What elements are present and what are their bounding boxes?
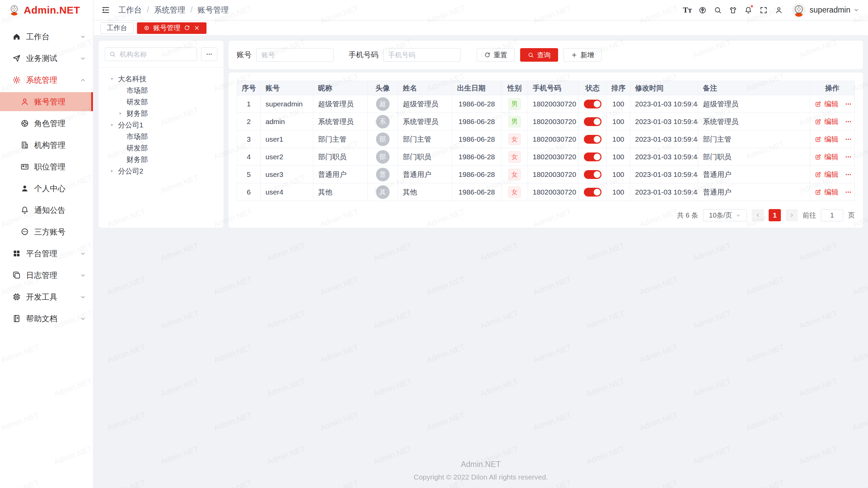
reset-button[interactable]: 重置 <box>477 48 515 62</box>
tree-node-label: 市场部 <box>126 132 148 141</box>
chevron-up-icon <box>80 77 86 83</box>
caret-right-icon[interactable] <box>118 111 126 116</box>
row-more-button[interactable] <box>845 188 852 196</box>
language-icon[interactable] <box>695 0 710 20</box>
row-more-button[interactable] <box>845 118 852 125</box>
row-more-button[interactable] <box>845 100 852 108</box>
cell-avatar: 部 <box>368 130 398 148</box>
gender-tag: 女 <box>508 186 521 198</box>
tab-workbench[interactable]: 工作台 <box>100 22 134 34</box>
goto-page-input[interactable] <box>821 209 843 221</box>
status-toggle[interactable] <box>584 100 601 108</box>
tree-node-label: 财务部 <box>126 155 148 164</box>
tree-node-市场部[interactable]: 市场部 <box>105 85 217 96</box>
sidebar-item-职位管理[interactable]: 职位管理 <box>0 157 93 176</box>
add-button[interactable]: 新增 <box>564 48 601 62</box>
cell-birthday: 1986-06-28 <box>452 183 501 201</box>
user-avatar[interactable] <box>792 3 806 17</box>
tree-node-研发部[interactable]: 研发部 <box>105 142 217 154</box>
cell-modify-time: 2023-01-03 10:59:44 <box>630 148 698 166</box>
status-toggle[interactable] <box>584 135 601 144</box>
tree-node-大名科技[interactable]: 大名科技 <box>105 73 217 85</box>
sidebar-item-系统管理[interactable]: 系统管理 <box>0 70 93 89</box>
sidebar-item-个人中心[interactable]: 个人中心 <box>0 179 93 198</box>
page-number-current[interactable]: 1 <box>769 209 781 221</box>
sidebar-item-通知公告[interactable]: 通知公告 <box>0 201 93 220</box>
cell-remark: 系统管理员 <box>698 113 810 130</box>
caret-down-icon[interactable] <box>110 123 118 128</box>
caret-placeholder <box>118 157 126 162</box>
breadcrumb-system[interactable]: 系统管理 <box>154 5 185 15</box>
org-icon <box>20 141 29 149</box>
edit-button[interactable]: 编辑 <box>815 152 839 162</box>
row-more-button[interactable] <box>845 136 852 143</box>
font-size-icon[interactable]: Tт <box>680 0 695 20</box>
tree-node-分公司2[interactable]: 分公司2 <box>105 165 217 177</box>
row-more-button[interactable] <box>845 153 852 161</box>
tree-more-button[interactable] <box>201 47 217 61</box>
status-toggle[interactable] <box>584 117 601 126</box>
cell-phone: 18020030720 <box>528 166 579 183</box>
page-size-select[interactable]: 10条/页 <box>703 209 747 221</box>
row-more-button[interactable] <box>845 171 852 178</box>
cell-name: 普通用户 <box>398 166 452 183</box>
edit-button[interactable]: 编辑 <box>815 135 839 144</box>
theme-icon[interactable] <box>726 0 741 20</box>
user-menu[interactable]: superadmin <box>810 5 859 15</box>
chevron-down-icon <box>853 7 859 13</box>
tab-refresh-icon[interactable] <box>184 25 190 31</box>
sidebar-item-账号管理[interactable]: 账号管理 <box>0 92 93 111</box>
sidebar-item-帮助文档[interactable]: 帮助文档 <box>0 309 93 328</box>
cell-avatar: 超 <box>368 95 398 113</box>
accounts-table: 序号账号昵称头像姓名出生日期性别手机号码状态排序修改时间备注操作 1supera… <box>237 81 855 201</box>
table-body: 1superadmin超级管理员超超级管理员1986-06-28男1802003… <box>237 95 855 201</box>
edit-button[interactable]: 编辑 <box>815 99 839 109</box>
cell-actions: 编辑 <box>810 95 855 113</box>
cell-order: 100 <box>607 113 630 130</box>
phone-filter-input[interactable] <box>383 48 460 62</box>
sidebar-item-机构管理[interactable]: 机构管理 <box>0 136 93 155</box>
tree-node-财务部[interactable]: 财务部 <box>105 108 217 119</box>
tree-node-财务部[interactable]: 财务部 <box>105 154 217 165</box>
sidebar-item-label: 日志管理 <box>26 270 57 281</box>
cell-order: 100 <box>607 130 630 148</box>
sidebar-item-角色管理[interactable]: 角色管理 <box>0 114 93 133</box>
status-toggle[interactable] <box>584 188 601 197</box>
tree-node-分公司1[interactable]: 分公司1 <box>105 119 217 131</box>
cell-remark: 部门主管 <box>698 130 810 148</box>
prev-page-button[interactable] <box>752 209 764 221</box>
tree-node-市场部[interactable]: 市场部 <box>105 131 217 142</box>
sidebar-item-业务测试[interactable]: 业务测试 <box>0 49 93 68</box>
fullscreen-icon[interactable] <box>756 0 771 20</box>
status-toggle[interactable] <box>584 170 601 179</box>
tree-node-研发部[interactable]: 研发部 <box>105 96 217 108</box>
breadcrumb-workbench[interactable]: 工作台 <box>118 5 142 15</box>
edit-button[interactable]: 编辑 <box>815 117 839 126</box>
cell-nickname: 部门职员 <box>313 148 368 166</box>
org-search-input[interactable] <box>119 50 193 59</box>
status-toggle[interactable] <box>584 152 601 161</box>
cell-modify-time: 2023-01-03 10:59:44 <box>630 183 698 201</box>
tree-node-label: 研发部 <box>126 97 148 107</box>
cell-avatar: 普 <box>368 166 398 183</box>
tab-account-management[interactable]: 账号管理 <box>137 22 206 34</box>
edit-button[interactable]: 编辑 <box>815 187 839 197</box>
search-icon[interactable] <box>710 0 726 20</box>
sidebar-item-平台管理[interactable]: 平台管理 <box>0 244 93 263</box>
user-icon[interactable] <box>771 0 787 20</box>
tab-close-icon[interactable] <box>194 25 200 31</box>
caret-right-icon[interactable] <box>110 169 118 174</box>
notification-bell-icon[interactable] <box>741 0 756 20</box>
account-filter-input[interactable] <box>256 48 334 62</box>
sidebar-item-开发工具[interactable]: 开发工具 <box>0 287 93 306</box>
tree-node-label: 研发部 <box>126 143 148 153</box>
sidebar-item-三方账号[interactable]: 三方账号 <box>0 222 93 241</box>
query-button[interactable]: 查询 <box>520 48 558 62</box>
font-size-glyph: Tт <box>683 6 692 15</box>
next-page-button[interactable] <box>786 209 798 221</box>
menu-fold-icon[interactable] <box>101 5 110 15</box>
edit-button[interactable]: 编辑 <box>815 170 839 179</box>
sidebar-item-工作台[interactable]: 工作台 <box>0 27 93 46</box>
caret-down-icon[interactable] <box>110 77 118 82</box>
sidebar-item-日志管理[interactable]: 日志管理 <box>0 266 93 285</box>
